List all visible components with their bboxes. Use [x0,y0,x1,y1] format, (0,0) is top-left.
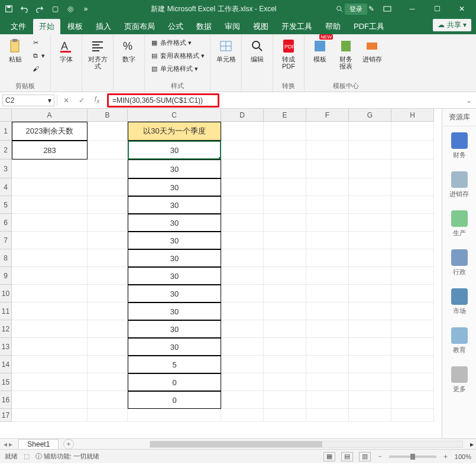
cell-H8[interactable] [391,249,434,267]
cell-B6[interactable] [88,214,128,232]
cell-C8[interactable]: 30 [128,249,221,267]
cell-B5[interactable] [88,196,128,214]
cell-A17[interactable] [12,409,88,422]
row-header-6[interactable]: 6 [0,214,12,232]
cell-F14[interactable] [306,356,349,373]
cell-A16[interactable] [12,391,88,409]
zoom-in-button[interactable]: ＋ [442,452,449,461]
share-button[interactable]: ☁ 共享 ▾ [433,19,471,31]
view-break-button[interactable]: ▥ [359,452,371,461]
cell-D14[interactable] [221,356,264,373]
cell-H2[interactable] [391,141,434,160]
row-header-16[interactable]: 16 [0,391,12,409]
row-header-7[interactable]: 7 [0,232,12,249]
fin-report-button[interactable]: 财务 报表 [334,37,358,71]
cell-H6[interactable] [391,214,434,232]
cell-G14[interactable] [349,356,391,373]
cell-E2[interactable] [264,141,306,160]
inout-button[interactable]: 进销存 [360,37,384,64]
cell-B13[interactable] [88,338,128,356]
ribbon-options-icon[interactable] [375,0,399,18]
cell-D8[interactable] [221,249,264,267]
format-painter-button[interactable]: 🖌 [30,63,47,74]
tab-pdf[interactable]: PDF工具 [348,19,390,34]
cell-B17[interactable] [88,409,128,422]
cell-C16[interactable]: 0 [128,391,221,409]
cell-H12[interactable] [391,320,434,338]
pdf-convert-button[interactable]: PDF 转成PDF [277,37,300,71]
cell-C2[interactable]: 30 [128,141,221,160]
tab-data[interactable]: 数据 [190,19,218,34]
cell-C4[interactable]: 30 [128,178,221,196]
cell-A3[interactable] [12,160,88,178]
cell-F9[interactable] [306,267,349,285]
macro-record-icon[interactable]: ⬚ [24,453,30,460]
row-header-14[interactable]: 14 [0,356,12,373]
cell-A5[interactable] [12,196,88,214]
cell-G6[interactable] [349,214,391,232]
cell-A8[interactable] [12,249,88,267]
resource-item-6[interactable]: 更多 [442,360,476,399]
cell-G8[interactable] [349,249,391,267]
cell-B11[interactable] [88,302,128,320]
cell-E16[interactable] [264,391,306,409]
resource-item-2[interactable]: 生产 [442,204,476,243]
cell-G11[interactable] [349,302,391,320]
cell-A12[interactable] [12,320,88,338]
tab-layout[interactable]: 页面布局 [118,19,161,34]
select-all-corner[interactable] [0,109,12,122]
col-header-A[interactable]: A [12,109,88,122]
tab-help[interactable]: 帮助 [319,19,347,34]
view-normal-button[interactable]: ▦ [323,452,335,461]
cell-E15[interactable] [264,373,306,391]
cell-B10[interactable] [88,285,128,302]
resource-item-0[interactable]: 财务 [442,126,476,165]
cell-H10[interactable] [391,285,434,302]
row-header-13[interactable]: 13 [0,338,12,356]
cell-D5[interactable] [221,196,264,214]
cell-E7[interactable] [264,232,306,249]
cell-H16[interactable] [391,391,434,409]
cell-C15[interactable]: 0 [128,373,221,391]
cell-E17[interactable] [264,409,306,422]
cell-C10[interactable]: 30 [128,285,221,302]
cell-C3[interactable]: 30 [128,160,221,178]
cell-A11[interactable] [12,302,88,320]
cell-G5[interactable] [349,196,391,214]
cell-F3[interactable] [306,160,349,178]
save-icon[interactable] [2,2,15,15]
cell-H3[interactable] [391,160,434,178]
resource-item-3[interactable]: 行政 [442,243,476,282]
cell-H14[interactable] [391,356,434,373]
cell-G12[interactable] [349,320,391,338]
cell-E5[interactable] [264,196,306,214]
undo-icon[interactable] [18,2,31,15]
resource-item-5[interactable]: 教育 [442,321,476,360]
cell-D2[interactable] [221,141,264,160]
template-button[interactable]: NEW 模板 [308,37,332,64]
cell-D11[interactable] [221,302,264,320]
cell-E3[interactable] [264,160,306,178]
name-box[interactable]: C2▾ [2,95,54,106]
cell-G9[interactable] [349,267,391,285]
cell-C9[interactable]: 30 [128,267,221,285]
add-sheet-button[interactable]: ＋ [63,439,74,450]
cut-button[interactable]: ✂ [30,37,47,48]
cell-G15[interactable] [349,373,391,391]
cell-A6[interactable] [12,214,88,232]
redo-icon[interactable] [33,2,46,15]
cell-A7[interactable] [12,232,88,249]
cell-D13[interactable] [221,338,264,356]
cell-D1[interactable] [221,122,264,141]
cell-D15[interactable] [221,373,264,391]
cell-E11[interactable] [264,302,306,320]
tab-dev[interactable]: 开发工具 [276,19,318,34]
cell-B1[interactable] [88,122,128,141]
cell-F11[interactable] [306,302,349,320]
sheet-nav[interactable]: ◂ ▸ [0,440,16,448]
row-header-12[interactable]: 12 [0,320,12,338]
cell-C6[interactable]: 30 [128,214,221,232]
cell-C1[interactable]: 以30天为一个季度 [128,122,221,141]
cell-G17[interactable] [349,409,391,422]
cell-C7[interactable]: 30 [128,232,221,249]
